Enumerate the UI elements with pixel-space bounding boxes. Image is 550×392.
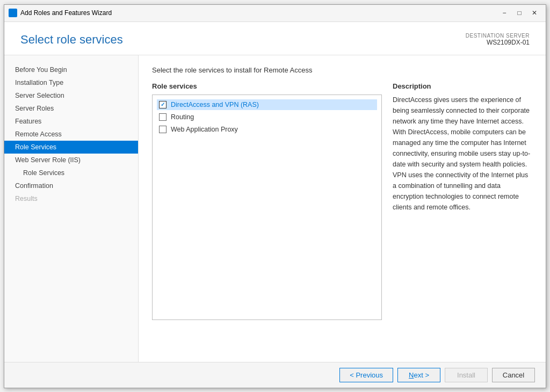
sidebar-item-before-you-begin[interactable]: Before You Begin xyxy=(4,63,138,76)
checkbox-web-app-proxy[interactable] xyxy=(159,126,167,133)
service-item-routing[interactable]: Routing xyxy=(157,112,377,122)
description-panel: Description DirectAccess gives users the… xyxy=(393,82,532,351)
two-col-layout: Role services DirectAccess and VPN (RAS)… xyxy=(152,82,532,351)
footer: < < PreviousPrevious Next > Install Canc… xyxy=(4,362,546,388)
server-name: WS2109DX-01 xyxy=(466,39,530,46)
service-label-web-app-proxy: Web Application Proxy xyxy=(171,126,238,133)
checkbox-directaccess[interactable] xyxy=(159,101,167,108)
window-icon xyxy=(9,9,17,17)
next-button[interactable]: Next > xyxy=(397,368,440,382)
sidebar-item-role-services-active[interactable]: Role Services xyxy=(4,141,138,154)
main-content: Select the role services to install for … xyxy=(139,55,546,362)
minimize-button[interactable]: − xyxy=(497,8,511,18)
content-area: Select role services DESTINATION SERVER … xyxy=(4,22,546,388)
sidebar-item-installation-type[interactable]: Installation Type xyxy=(4,76,138,89)
checkbox-routing[interactable] xyxy=(159,113,167,121)
sidebar-item-server-roles[interactable]: Server Roles xyxy=(4,102,138,115)
wizard-window: Add Roles and Features Wizard − □ ✕ Sele… xyxy=(4,4,546,388)
sidebar: Before You Begin Installation Type Serve… xyxy=(4,55,139,362)
page-title: Select role services xyxy=(20,33,123,47)
destination-server-info: DESTINATION SERVER WS2109DX-01 xyxy=(466,33,530,46)
sidebar-item-results: Results xyxy=(4,192,138,205)
sidebar-item-role-services-sub[interactable]: Role Services xyxy=(4,166,138,179)
role-services-header: Role services xyxy=(152,82,382,90)
header-section: Select role services DESTINATION SERVER … xyxy=(4,22,546,55)
description-header: Description xyxy=(393,82,532,90)
maximize-button[interactable]: □ xyxy=(512,8,526,18)
window-controls: − □ ✕ xyxy=(497,8,541,18)
sidebar-item-server-selection[interactable]: Server Selection xyxy=(4,89,138,102)
role-services-panel: Role services DirectAccess and VPN (RAS)… xyxy=(152,82,382,351)
description-text: DirectAccess gives users the experience … xyxy=(393,95,532,213)
main-body: Before You Begin Installation Type Serve… xyxy=(4,55,546,362)
previous-button[interactable]: < < PreviousPrevious xyxy=(339,368,393,382)
service-item-web-app-proxy[interactable]: Web Application Proxy xyxy=(157,124,377,135)
sidebar-item-web-server-role[interactable]: Web Server Role (IIS) xyxy=(4,154,138,166)
sidebar-item-features[interactable]: Features xyxy=(4,115,138,128)
service-item-directaccess[interactable]: DirectAccess and VPN (RAS) xyxy=(157,99,377,110)
service-label-routing: Routing xyxy=(171,113,194,121)
cancel-button[interactable]: Cancel xyxy=(492,368,535,382)
intro-text: Select the role services to install for … xyxy=(152,66,532,74)
close-button[interactable]: ✕ xyxy=(527,8,541,18)
install-button[interactable]: Install xyxy=(445,368,488,382)
sidebar-item-remote-access[interactable]: Remote Access xyxy=(4,128,138,141)
sidebar-item-confirmation[interactable]: Confirmation xyxy=(4,179,138,192)
title-bar: Add Roles and Features Wizard − □ ✕ xyxy=(4,5,546,22)
destination-label: DESTINATION SERVER xyxy=(466,33,530,39)
services-list-box: DirectAccess and VPN (RAS) Routing Web A… xyxy=(152,95,382,320)
window-title: Add Roles and Features Wizard xyxy=(20,9,497,17)
service-label-directaccess: DirectAccess and VPN (RAS) xyxy=(171,101,259,108)
